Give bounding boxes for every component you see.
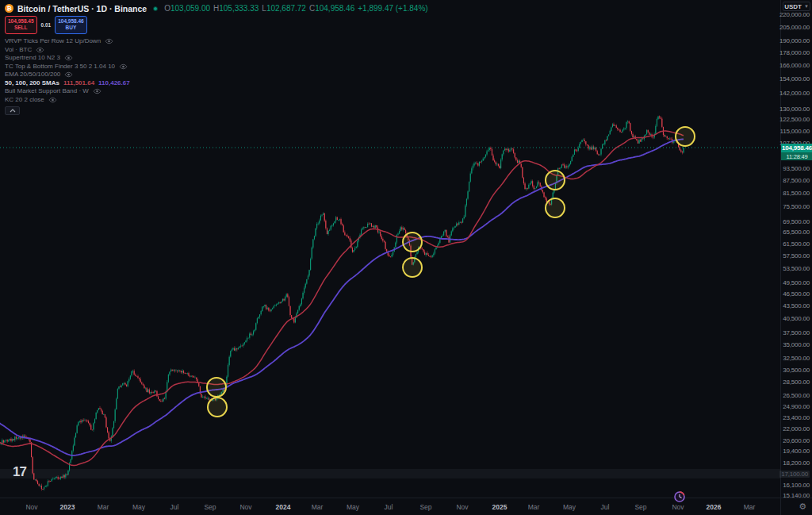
price-axis-label: 130,000.00 [779, 106, 810, 113]
currency-selector[interactable]: USDT ▼ [783, 2, 810, 11]
eye-icon[interactable] [105, 38, 113, 44]
price-axis[interactable]: USDT ▼ 220,000.00205,000.00190,000.00178… [780, 0, 812, 498]
price-axis-label: 23,400.00 [783, 414, 810, 421]
price-axis-label: 205,000.00 [779, 24, 810, 31]
time-axis-label: Sep [634, 503, 646, 511]
indicator-row[interactable]: KC 20 2 close [5, 95, 428, 104]
dropdown-caret-icon: ▼ [804, 4, 809, 9]
indicator-label: EMA 20/50/100/200 [5, 71, 60, 78]
axis-corner-cell: ⚙ [780, 498, 812, 515]
indicator-label: VRVP Ticks Per Row 12 Up/Down [5, 38, 101, 44]
price-axis-label: 122,500.00 [779, 116, 810, 123]
indicator-label: TC Top & Bottom Finder 3 50 2 1.04 10 [5, 63, 115, 70]
price-axis-label: 20,600.00 [783, 437, 810, 444]
chart-legend: ₿ Bitcoin / TetherUS · 1D · Binance O103… [5, 2, 428, 115]
buy-sell-row: 104,958.45 SELL 0.01 104,958.46 BUY [5, 16, 428, 34]
sma-100-line[interactable] [0, 131, 684, 465]
time-axis-label: 2026 [707, 503, 722, 511]
sell-button[interactable]: 104,958.45 SELL [5, 16, 37, 34]
indicator-row[interactable]: Supertrend 10 N2 3 [5, 54, 428, 63]
time-axis-label: Mar [744, 503, 756, 511]
indicator-row[interactable]: Vol · BTC [5, 45, 428, 54]
symbol-title-row[interactable]: ₿ Bitcoin / TetherUS · 1D · Binance O103… [5, 2, 428, 14]
indicator-label: Bull Market Support Band · W [5, 88, 89, 94]
price-axis-label: 16,100.00 [783, 482, 810, 489]
candle-wicks [0, 115, 684, 490]
low-value: 102,687.72 [266, 4, 306, 13]
price-axis-label: 43,500.00 [783, 302, 810, 309]
price-axis-label: 166,000.00 [779, 62, 810, 69]
market-status-icon[interactable] [153, 6, 158, 11]
eye-icon[interactable] [119, 63, 128, 70]
price-axis-label: 93,500.00 [783, 165, 810, 172]
current-price-value: 104,958.46 [781, 144, 812, 152]
time-axis-label: Nov [456, 503, 468, 511]
eye-icon[interactable] [48, 97, 57, 103]
price-axis-label: 69,500.00 [783, 218, 810, 225]
gear-icon[interactable]: ⚙ [799, 502, 806, 511]
eye-icon[interactable] [64, 71, 73, 78]
price-axis-label: 19,400.00 [783, 448, 810, 455]
indicator-row[interactable]: Bull Market Support Band · W [5, 87, 428, 96]
buy-button[interactable]: 104,958.46 BUY [55, 16, 87, 34]
time-axis-label: Mar [312, 503, 324, 511]
time-axis-label: May [347, 503, 359, 511]
time-axis-label: 2024 [276, 503, 291, 511]
chevron-up-icon [10, 109, 16, 113]
indicator-row[interactable]: 50, 100, 200 SMAs111,501.64110,426.67 [5, 79, 428, 87]
price-axis-label: 37,500.00 [783, 329, 810, 336]
high-value: 105,333.33 [219, 4, 259, 13]
time-axis-label: Jul [170, 503, 179, 511]
time-axis-label: Sep [419, 503, 431, 511]
tradingview-logo[interactable]: 17 [13, 464, 26, 480]
sell-label: SELL [8, 25, 34, 31]
indicator-row[interactable]: TC Top & Bottom Finder 3 50 2 1.04 10 [5, 62, 428, 71]
price-axis-label: 87,500.00 [783, 177, 810, 184]
spread-value: 0.01 [41, 22, 52, 28]
eye-icon[interactable] [36, 47, 44, 53]
indicator-row[interactable]: VRVP Ticks Per Row 12 Up/Down [5, 37, 428, 46]
tradingview-chart-window: ₿ Bitcoin / TetherUS · 1D · Binance O103… [0, 0, 812, 515]
price-axis-label: 26,500.00 [783, 392, 810, 399]
eye-icon[interactable] [93, 88, 102, 94]
indicator-value: 111,501.64 [63, 79, 94, 86]
time-axis-label: Mar [98, 503, 109, 511]
indicator-label: Supertrend 10 N2 3 [5, 55, 60, 61]
price-axis-label: 22,000.00 [783, 425, 810, 432]
price-axis-label: 24,900.00 [783, 403, 810, 410]
time-axis-label: Mar [528, 503, 540, 511]
eye-icon[interactable] [64, 55, 73, 61]
bar-countdown: 11:28:49 [781, 152, 812, 160]
symbol-title[interactable]: Bitcoin / TetherUS · 1D · Binance [17, 4, 147, 13]
sma-200-line[interactable] [0, 139, 684, 455]
time-axis-label: May [132, 503, 145, 511]
price-axis-label: 35,000.00 [783, 341, 810, 348]
collapse-legend-button[interactable] [5, 106, 20, 115]
price-axis-label: 18,200.00 [783, 459, 810, 467]
time-axis[interactable]: Nov2023MarMayJulSepNov2024MarMayJulSepNo… [0, 498, 780, 515]
price-axis-label: 190,000.00 [779, 37, 810, 44]
alert-clock-icon[interactable] [673, 490, 686, 503]
indicator-row[interactable]: EMA 20/50/100/200 [5, 71, 428, 79]
indicator-list: VRVP Ticks Per Row 12 Up/DownVol · BTCSu… [5, 37, 428, 104]
indicator-label: Vol · BTC [5, 47, 32, 53]
close-value: 104,958.46 [315, 4, 354, 13]
price-axis-label: 30,500.00 [783, 367, 810, 374]
current-price-tag: 104,958.46 11:28:49 [781, 144, 812, 160]
price-axis-label: 32,500.00 [783, 355, 810, 362]
price-axis-label: 115,000.00 [780, 128, 810, 135]
time-axis-label: Nov [672, 503, 684, 511]
time-axis-label: May [563, 503, 576, 511]
price-axis-label: 75,500.00 [783, 203, 810, 210]
price-axis-label: 17,100.00 [779, 471, 810, 478]
time-axis-label: Nov [25, 503, 37, 511]
price-axis-label: 46,500.00 [783, 290, 810, 298]
time-axis-label: Jul [601, 503, 610, 511]
signal-circles[interactable] [207, 127, 695, 417]
candle-bodies [0, 117, 684, 490]
ohlc-values: O103,059.00 H105,333.33 L102,687.72 C104… [164, 4, 427, 13]
bitcoin-icon: ₿ [5, 4, 13, 13]
indicator-label: KC 20 2 close [5, 97, 44, 103]
time-axis-label: 2025 [492, 503, 508, 511]
highlight-band [0, 469, 780, 478]
